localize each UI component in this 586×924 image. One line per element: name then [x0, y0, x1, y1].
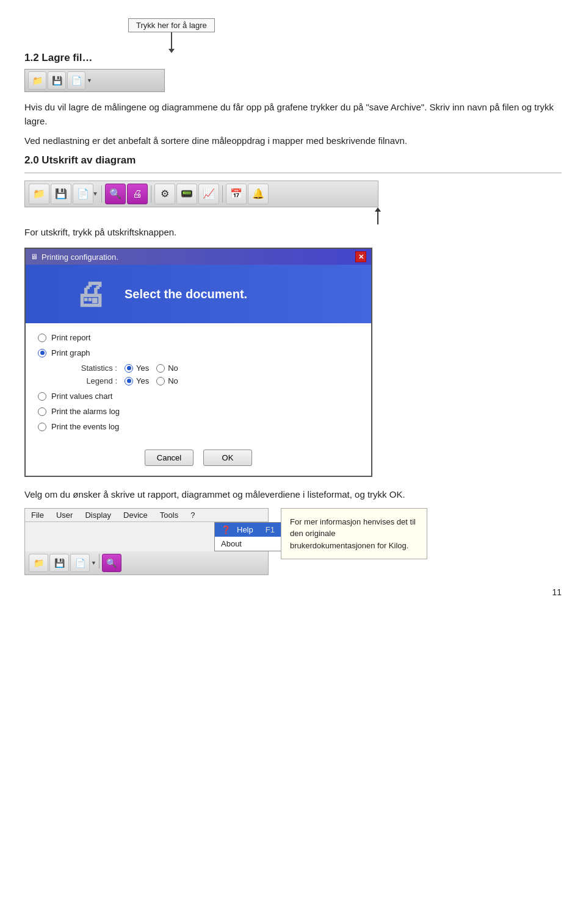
option-print-report[interactable]: Print report — [38, 333, 359, 342]
legend-no-label: No — [168, 376, 178, 385]
tb-settings-btn[interactable]: ⚙ — [154, 184, 175, 204]
label-print-graph: Print graph — [51, 348, 90, 357]
dialog-header: 🖨 Select the document. — [26, 265, 371, 323]
printing-config-dialog: 🖥 Printing configuration. ✕ 🖨 Select the… — [24, 248, 372, 477]
toolbar-save-btn[interactable]: 💾 — [48, 71, 66, 90]
menu-dropdown-item-help[interactable]: ❓ Help F1 — [215, 523, 287, 537]
legend-no-option[interactable]: No — [156, 376, 178, 385]
tb-print-search-btn[interactable]: 🔍 — [105, 184, 126, 204]
menu-tb-save[interactable]: 💾 — [49, 554, 69, 572]
help-icon: ❓ — [221, 525, 231, 534]
section-title-1-2: 1.2 Lagre fil… — [24, 52, 562, 64]
toolbar-separator-3 — [222, 185, 223, 202]
dialog-titlebar-left: 🖥 Printing configuration. — [31, 252, 118, 262]
option-print-values-chart[interactable]: Print values chart — [38, 392, 359, 401]
dialog-close-button[interactable]: ✕ — [355, 251, 366, 262]
print-graph-suboptions: Statistics : Yes No Legend : Yes — [74, 364, 359, 385]
radio-print-graph[interactable] — [38, 349, 46, 357]
dialog-header-text: Select the document. — [125, 287, 247, 301]
dialog-body: Print report Print graph Statistics : Ye… — [26, 323, 371, 443]
section3-paragraph: Velg om du ønsker å skrive ut rapport, d… — [24, 488, 562, 502]
menu-question[interactable]: ? — [184, 509, 201, 521]
option-print-events-log[interactable]: Print the events log — [38, 422, 359, 431]
toolbar-folder-btn[interactable]: 📁 — [28, 71, 46, 90]
menu-tools[interactable]: Tools — [154, 509, 184, 521]
callout-container: Trykk her for å lagre — [24, 18, 562, 49]
section-divider — [24, 173, 562, 173]
toolbar-dropdown-arrow[interactable]: ▼ — [87, 77, 92, 84]
menu-dropdown-item-about[interactable]: About — [215, 537, 287, 551]
radio-statistics-yes[interactable] — [125, 364, 133, 373]
help-shortcut: F1 — [266, 525, 275, 534]
label-print-values-chart: Print values chart — [51, 392, 112, 401]
option-print-alarms-log[interactable]: Print the alarms log — [38, 407, 359, 416]
radio-print-events-log[interactable] — [38, 423, 46, 431]
print-annotation — [194, 211, 562, 224]
label-print-events-log: Print the events log — [51, 422, 119, 431]
legend-row: Legend : Yes No — [74, 376, 359, 385]
menu-screenshot: File User Display Device Tools ? ❓ Help … — [24, 508, 269, 575]
about-label: About — [221, 539, 242, 548]
legend-yes-option[interactable]: Yes — [125, 376, 149, 385]
statistics-no-label: No — [168, 364, 178, 373]
tb-dropdown-arrow[interactable]: ▼ — [92, 190, 98, 197]
tb-calendar-btn[interactable]: 📅 — [226, 184, 247, 204]
statistics-yes-option[interactable]: Yes — [125, 364, 149, 373]
dialog-title-icon: 🖥 — [31, 252, 38, 261]
menu-tb-folder[interactable]: 📁 — [29, 554, 48, 572]
info-box: For mer informasjon henvises det til den… — [281, 508, 427, 560]
bottom-row: File User Display Device Tools ? ❓ Help … — [24, 508, 562, 575]
tb-print-btn[interactable]: 🖨 — [127, 184, 148, 204]
label-print-alarms-log: Print the alarms log — [51, 407, 120, 416]
menu-toolbar2: 📁 💾 📄 ▼ 🔍 — [25, 551, 268, 575]
menu-user[interactable]: User — [50, 509, 79, 521]
main-toolbar: 📁 💾 📄 ▼ 🔍 🖨 ⚙ 📟 📈 📅 🔔 — [24, 181, 378, 207]
menu-display[interactable]: Display — [79, 509, 117, 521]
menu-file[interactable]: File — [25, 509, 50, 521]
tb-bell-btn[interactable]: 🔔 — [248, 184, 269, 204]
menu-tb-sep — [99, 554, 99, 568]
toolbar-doc-btn[interactable]: 📄 — [67, 71, 85, 90]
section-title-2-0: 2.0 Utskrift av diagram — [24, 154, 562, 167]
callout-arrow-area: Trykk her for å lagre — [128, 18, 215, 49]
radio-legend-yes[interactable] — [125, 377, 133, 385]
small-toolbar: 📁 💾 📄 ▼ — [24, 69, 165, 92]
paragraph-2: Ved nedlastning er det anbefalt å sorter… — [24, 134, 562, 148]
cancel-button[interactable]: Cancel — [145, 449, 194, 466]
statistics-row: Statistics : Yes No — [74, 364, 359, 373]
toolbar-separator-2 — [151, 185, 151, 202]
option-print-graph[interactable]: Print graph — [38, 348, 359, 357]
radio-print-report[interactable] — [38, 334, 46, 342]
tb-save-btn[interactable]: 💾 — [51, 184, 71, 204]
radio-print-values-chart[interactable] — [38, 392, 46, 401]
statistics-label: Statistics : — [74, 364, 117, 373]
printer-large-icon: 🖨 — [74, 276, 106, 312]
tb-folder-btn[interactable]: 📁 — [29, 184, 49, 204]
toolbar-separator-1 — [101, 185, 102, 202]
paragraph-1: Hvis du vil lagre de målingene og diagra… — [24, 101, 562, 128]
menu-dropdown-area: ❓ Help F1 About — [25, 522, 268, 551]
menu-bar: File User Display Device Tools ? — [25, 509, 268, 522]
menu-tb-doc[interactable]: 📄 — [70, 554, 90, 572]
section2-intro: For utskrift, trykk på utskriftsknappen. — [24, 226, 562, 240]
ok-button[interactable]: OK — [203, 449, 252, 466]
menu-dropdown: ❓ Help F1 About — [214, 522, 288, 551]
label-print-report: Print report — [51, 333, 90, 342]
menu-dropdown-container: ❓ Help F1 About — [214, 522, 288, 551]
statistics-yes-label: Yes — [136, 364, 149, 373]
legend-label: Legend : — [74, 376, 117, 385]
help-label: Help — [237, 525, 253, 534]
radio-legend-no[interactable] — [156, 377, 165, 385]
tb-signal-btn[interactable]: 📈 — [198, 184, 219, 204]
tb-device-btn[interactable]: 📟 — [176, 184, 197, 204]
tb-doc-btn[interactable]: 📄 — [73, 184, 93, 204]
statistics-no-option[interactable]: No — [156, 364, 178, 373]
menu-device[interactable]: Device — [117, 509, 154, 521]
menu-tb-arrow[interactable]: ▼ — [91, 560, 96, 566]
radio-statistics-no[interactable] — [156, 364, 165, 373]
page-number: 11 — [24, 587, 562, 597]
menu-tb-search[interactable]: 🔍 — [102, 554, 121, 572]
dialog-footer: Cancel OK — [26, 443, 371, 476]
radio-print-alarms-log[interactable] — [38, 407, 46, 416]
info-box-text: For mer informasjon henvises det til den… — [290, 516, 418, 552]
